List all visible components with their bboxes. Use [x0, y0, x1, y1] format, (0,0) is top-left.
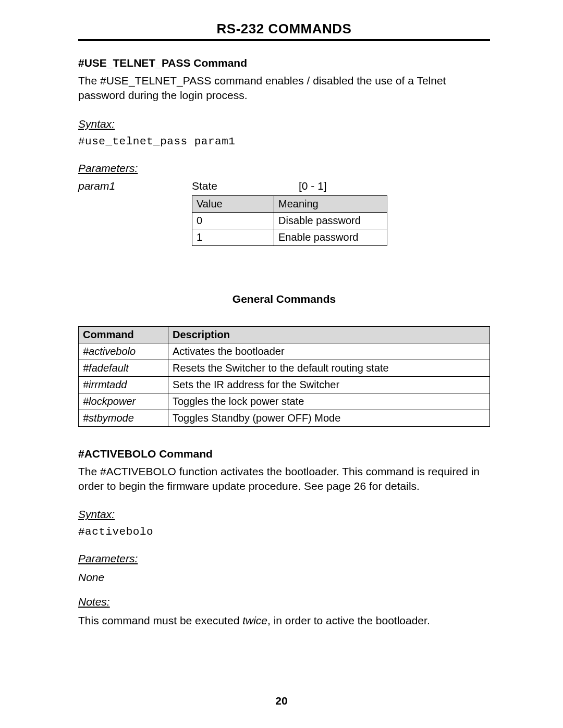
cmd1-description: The #USE_TELNET_PASS command enables / d…: [78, 73, 490, 103]
notes-em: twice: [242, 614, 267, 626]
cmd1-param-range: [0 - 1]: [299, 180, 327, 192]
cmd2-syntax-code: #activebolo: [78, 526, 490, 538]
title-rule: [78, 39, 490, 41]
description-header: Description: [168, 326, 490, 343]
cmd1-parameters-label: Parameters:: [78, 162, 490, 175]
command-header: Command: [79, 326, 168, 343]
cmd1-param-name: param1: [78, 180, 192, 192]
description-cell: Resets the Switcher to the default routi…: [168, 360, 490, 376]
meaning-cell: Enable password: [274, 229, 387, 245]
cmd2-notes-label: Notes:: [78, 596, 490, 608]
cmd2-description: The #ACTIVEBOLO function activates the b…: [78, 464, 490, 494]
cmd1-param-row: param1 State [0 - 1]: [78, 180, 490, 192]
cmd2-heading: #ACTIVEBOLO Command: [78, 448, 490, 460]
general-commands-table: Command Description #activebolo Activate…: [78, 326, 490, 427]
cmd1-heading: #USE_TELNET_PASS Command: [78, 57, 490, 69]
table-row: #irrmtadd Sets the IR address for the Sw…: [79, 376, 490, 393]
cmd1-param-type: State: [192, 180, 299, 192]
page-number: 20: [0, 695, 563, 707]
meaning-header: Meaning: [274, 195, 387, 212]
value-header: Value: [192, 195, 274, 212]
table-row: 0 Disable password: [192, 212, 387, 229]
table-header-row: Value Meaning: [192, 195, 387, 212]
description-cell: Sets the IR address for the Switcher: [168, 376, 490, 393]
cmd2-notes-text: This command must be executed twice, in …: [78, 613, 490, 628]
description-cell: Toggles Standby (power OFF) Mode: [168, 410, 490, 426]
cmd1-syntax-label: Syntax:: [78, 118, 490, 130]
value-cell: 0: [192, 212, 274, 229]
command-cell: #lockpower: [79, 393, 168, 410]
value-cell: 1: [192, 229, 274, 245]
command-cell: #fadefault: [79, 360, 168, 376]
table-row: #stbymode Toggles Standby (power OFF) Mo…: [79, 410, 490, 426]
table-row: 1 Enable password: [192, 229, 387, 245]
document-page: RS-232 COMMANDS #USE_TELNET_PASS Command…: [0, 0, 563, 728]
cmd1-syntax-code: #use_telnet_pass param1: [78, 135, 490, 147]
cmd2-parameters-label: Parameters:: [78, 552, 490, 565]
cmd2-syntax-label: Syntax:: [78, 508, 490, 521]
page-title: RS-232 COMMANDS: [78, 21, 490, 37]
cmd1-value-table: Value Meaning 0 Disable password 1 Enabl…: [192, 195, 387, 246]
table-row: #activebolo Activates the bootloader: [79, 343, 490, 360]
meaning-cell: Disable password: [274, 212, 387, 229]
notes-pre: This command must be executed: [78, 614, 242, 626]
description-cell: Toggles the lock power state: [168, 393, 490, 410]
table-row: #fadefault Resets the Switcher to the de…: [79, 360, 490, 376]
table-header-row: Command Description: [79, 326, 490, 343]
command-cell: #stbymode: [79, 410, 168, 426]
description-cell: Activates the bootloader: [168, 343, 490, 360]
table-row: #lockpower Toggles the lock power state: [79, 393, 490, 410]
command-cell: #activebolo: [79, 343, 168, 360]
command-cell: #irrmtadd: [79, 376, 168, 393]
cmd1-value-table-wrap: Value Meaning 0 Disable password 1 Enabl…: [192, 195, 490, 246]
notes-post: , in order to active the bootloader.: [267, 614, 430, 626]
cmd2-parameters-value: None: [78, 570, 490, 585]
general-commands-heading: General Commands: [78, 293, 490, 305]
